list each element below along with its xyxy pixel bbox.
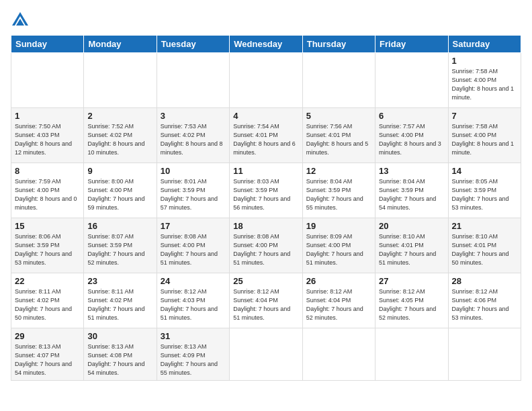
day-number: 15 (15, 221, 80, 231)
day-info: Sunrise: 7:58 AMSunset: 4:00 PMDaylight:… (452, 67, 517, 102)
day-number: 18 (233, 221, 298, 231)
day-info: Sunrise: 8:03 AMSunset: 3:59 PMDaylight:… (233, 177, 298, 212)
calendar-cell (302, 53, 375, 108)
day-info: Sunrise: 8:12 AMSunset: 4:03 PMDaylight:… (161, 287, 226, 322)
calendar-cell: 18Sunrise: 8:08 AMSunset: 4:00 PMDayligh… (230, 218, 302, 273)
calendar-cell (375, 328, 448, 381)
calendar-cell (11, 53, 84, 108)
calendar-cell: 26Sunrise: 8:12 AMSunset: 4:04 PMDayligh… (302, 273, 375, 328)
day-number: 6 (379, 111, 444, 121)
day-info: Sunrise: 7:59 AMSunset: 4:00 PMDaylight:… (15, 177, 80, 212)
header (11, 11, 521, 30)
day-info: Sunrise: 8:11 AMSunset: 4:02 PMDaylight:… (15, 287, 80, 322)
calendar-cell: 9Sunrise: 8:00 AMSunset: 4:00 PMDaylight… (84, 163, 157, 218)
day-info: Sunrise: 7:58 AMSunset: 4:00 PMDaylight:… (452, 122, 517, 157)
day-info: Sunrise: 8:04 AMSunset: 3:59 PMDaylight:… (379, 177, 444, 212)
calendar-cell (448, 328, 521, 381)
day-number: 21 (452, 221, 517, 231)
calendar-cell (84, 53, 157, 108)
weekday-header-thursday: Thursday (302, 36, 375, 53)
calendar-cell (375, 53, 448, 108)
day-number: 22 (15, 276, 80, 286)
day-info: Sunrise: 8:07 AMSunset: 3:59 PMDaylight:… (87, 232, 152, 267)
day-info: Sunrise: 8:12 AMSunset: 4:05 PMDaylight:… (379, 287, 444, 322)
day-number: 17 (161, 221, 226, 231)
calendar-cell: 27Sunrise: 8:12 AMSunset: 4:05 PMDayligh… (375, 273, 448, 328)
day-number: 10 (161, 166, 226, 176)
weekday-header-monday: Monday (84, 36, 157, 53)
day-info: Sunrise: 7:57 AMSunset: 4:00 PMDaylight:… (379, 122, 444, 157)
logo-icon (11, 11, 30, 30)
day-number: 24 (161, 276, 226, 286)
calendar-cell: 12Sunrise: 8:04 AMSunset: 3:59 PMDayligh… (302, 163, 375, 218)
calendar-cell: 14Sunrise: 8:05 AMSunset: 3:59 PMDayligh… (448, 163, 521, 218)
day-number: 3 (161, 111, 226, 121)
day-number: 27 (379, 276, 444, 286)
day-info: Sunrise: 8:11 AMSunset: 4:02 PMDaylight:… (87, 287, 152, 322)
day-number: 9 (87, 166, 152, 176)
day-number: 19 (306, 221, 371, 231)
day-number: 12 (306, 166, 371, 176)
week-row-3: 15Sunrise: 8:06 AMSunset: 3:59 PMDayligh… (11, 218, 521, 273)
day-info: Sunrise: 7:53 AMSunset: 4:02 PMDaylight:… (161, 122, 226, 157)
day-number: 1 (452, 56, 517, 66)
day-info: Sunrise: 8:06 AMSunset: 3:59 PMDaylight:… (15, 232, 80, 267)
weekday-header-friday: Friday (375, 36, 448, 53)
day-info: Sunrise: 7:52 AMSunset: 4:02 PMDaylight:… (87, 122, 152, 157)
day-info: Sunrise: 8:10 AMSunset: 4:01 PMDaylight:… (452, 232, 517, 267)
day-info: Sunrise: 8:13 AMSunset: 4:08 PMDaylight:… (87, 342, 152, 377)
calendar-table: SundayMondayTuesdayWednesdayThursdayFrid… (11, 35, 521, 381)
day-number: 14 (452, 166, 517, 176)
day-number: 31 (161, 331, 226, 341)
calendar-cell: 29Sunrise: 8:13 AMSunset: 4:07 PMDayligh… (11, 328, 84, 381)
day-number: 25 (233, 276, 298, 286)
calendar-cell: 17Sunrise: 8:08 AMSunset: 4:00 PMDayligh… (157, 218, 229, 273)
day-info: Sunrise: 8:12 AMSunset: 4:04 PMDaylight:… (233, 287, 298, 322)
calendar-cell: 10Sunrise: 8:01 AMSunset: 3:59 PMDayligh… (157, 163, 229, 218)
calendar-cell: 24Sunrise: 8:12 AMSunset: 4:03 PMDayligh… (157, 273, 229, 328)
week-row-2: 8Sunrise: 7:59 AMSunset: 4:00 PMDaylight… (11, 163, 521, 218)
day-info: Sunrise: 8:01 AMSunset: 3:59 PMDaylight:… (161, 177, 226, 212)
day-number: 23 (87, 276, 152, 286)
calendar-cell: 19Sunrise: 8:09 AMSunset: 4:00 PMDayligh… (302, 218, 375, 273)
weekday-header-wednesday: Wednesday (230, 36, 302, 53)
day-number: 8 (15, 166, 80, 176)
calendar-cell: 21Sunrise: 8:10 AMSunset: 4:01 PMDayligh… (448, 218, 521, 273)
calendar-cell: 8Sunrise: 7:59 AMSunset: 4:00 PMDaylight… (11, 163, 84, 218)
day-info: Sunrise: 7:50 AMSunset: 4:03 PMDaylight:… (15, 122, 80, 157)
calendar-cell: 6Sunrise: 7:57 AMSunset: 4:00 PMDaylight… (375, 108, 448, 163)
day-number: 11 (233, 166, 298, 176)
calendar-cell: 15Sunrise: 8:06 AMSunset: 3:59 PMDayligh… (11, 218, 84, 273)
day-number: 20 (379, 221, 444, 231)
day-number: 7 (452, 111, 517, 121)
calendar-cell: 11Sunrise: 8:03 AMSunset: 3:59 PMDayligh… (230, 163, 302, 218)
day-number: 30 (87, 331, 152, 341)
day-info: Sunrise: 8:09 AMSunset: 4:00 PMDaylight:… (306, 232, 371, 267)
day-info: Sunrise: 7:56 AMSunset: 4:01 PMDaylight:… (306, 122, 371, 157)
day-number: 28 (452, 276, 517, 286)
day-number: 26 (306, 276, 371, 286)
calendar-cell: 1Sunrise: 7:58 AMSunset: 4:00 PMDaylight… (448, 53, 521, 108)
calendar-cell: 2Sunrise: 7:52 AMSunset: 4:02 PMDaylight… (84, 108, 157, 163)
calendar-cell: 5Sunrise: 7:56 AMSunset: 4:01 PMDaylight… (302, 108, 375, 163)
day-number: 5 (306, 111, 371, 121)
day-info: Sunrise: 7:54 AMSunset: 4:01 PMDaylight:… (233, 122, 298, 157)
day-number: 29 (15, 331, 80, 341)
calendar-cell: 25Sunrise: 8:12 AMSunset: 4:04 PMDayligh… (230, 273, 302, 328)
day-number: 16 (87, 221, 152, 231)
calendar-cell: 3Sunrise: 7:53 AMSunset: 4:02 PMDaylight… (157, 108, 229, 163)
calendar-cell: 1Sunrise: 7:50 AMSunset: 4:03 PMDaylight… (11, 108, 84, 163)
calendar-cell: 30Sunrise: 8:13 AMSunset: 4:08 PMDayligh… (84, 328, 157, 381)
calendar-cell (302, 328, 375, 381)
day-info: Sunrise: 8:05 AMSunset: 3:59 PMDaylight:… (452, 177, 517, 212)
calendar-cell (230, 53, 302, 108)
calendar-cell: 23Sunrise: 8:11 AMSunset: 4:02 PMDayligh… (84, 273, 157, 328)
calendar-page: SundayMondayTuesdayWednesdayThursdayFrid… (0, 0, 532, 411)
day-info: Sunrise: 8:12 AMSunset: 4:04 PMDaylight:… (306, 287, 371, 322)
weekday-header-saturday: Saturday (448, 36, 521, 53)
day-info: Sunrise: 8:10 AMSunset: 4:01 PMDaylight:… (379, 232, 444, 267)
calendar-cell (157, 53, 229, 108)
day-info: Sunrise: 8:08 AMSunset: 4:00 PMDaylight:… (161, 232, 226, 267)
calendar-cell: 4Sunrise: 7:54 AMSunset: 4:01 PMDaylight… (230, 108, 302, 163)
day-number: 4 (233, 111, 298, 121)
